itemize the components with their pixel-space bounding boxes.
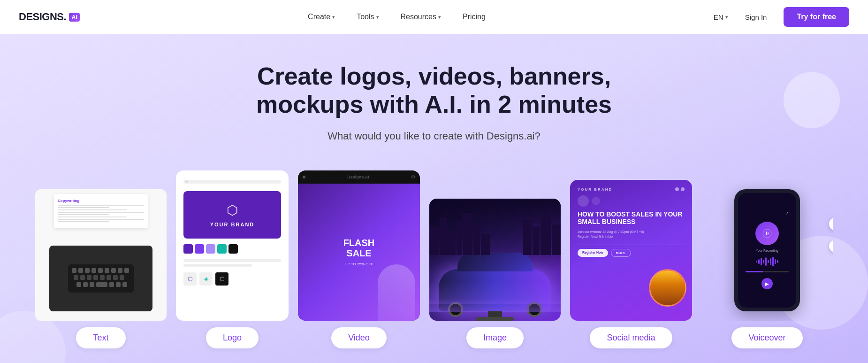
cta-primary-btn[interactable]: Register Now: [578, 249, 608, 257]
card-logo[interactable]: ⬡ YOUR BRAND ⬡: [176, 170, 289, 348]
nav-right: EN ▾ Sign In Try for free: [714, 7, 849, 27]
social-circle: [681, 187, 685, 191]
video-visual: Designs.AI ⚙ FLASHSALE UP TO 25% OFF: [298, 170, 420, 321]
swatch-black: [228, 244, 238, 254]
svg-rect-22: [109, 282, 114, 287]
nav-item-tools[interactable]: Tools ▾: [348, 9, 387, 25]
social-subtext: Join our webinar 28 Aug @ 7:30pm (GMT +8…: [578, 230, 685, 239]
share-icon: ↗: [785, 211, 789, 216]
chevron-down-icon: ▾: [332, 14, 335, 20]
audio-icon: [755, 222, 779, 245]
svg-rect-38: [768, 232, 769, 234]
city-skyline: [429, 208, 561, 255]
svg-rect-14: [100, 275, 105, 280]
language-label: EN: [714, 13, 723, 21]
logo[interactable]: DESIGNS. AI: [19, 11, 80, 23]
image-label[interactable]: Image: [466, 327, 524, 348]
nav-label-pricing: Pricing: [463, 13, 486, 21]
svg-rect-6: [105, 268, 109, 273]
wave-bar: [775, 259, 776, 264]
social-circle: [675, 187, 679, 191]
card-social-media[interactable]: YOUR BRAND HOW TO BOOST SALES IN YOUR SM…: [570, 180, 692, 348]
svg-rect-23: [116, 282, 121, 287]
waveform-icon: [762, 228, 772, 239]
nav-label-resources: Resources: [401, 13, 436, 21]
svg-rect-16: [113, 275, 118, 280]
hero-subtitle: What would you like to create with Desig…: [327, 130, 541, 142]
svg-rect-10: [74, 275, 78, 280]
chevron-down-icon: ▾: [725, 14, 728, 20]
voiceover-visual: ↗ Your Recording: [701, 180, 833, 321]
video-visual-box: Designs.AI ⚙ FLASHSALE UP TO 25% OFF: [298, 170, 420, 321]
video-label[interactable]: Video: [331, 327, 387, 348]
svg-rect-31: [481, 234, 490, 255]
phone-shape: ↗ Your Recording: [734, 189, 800, 311]
paper-line: [58, 216, 127, 217]
svg-rect-17: [120, 275, 124, 280]
svg-rect-26: [440, 217, 447, 255]
card-text[interactable]: Copywriting: [35, 189, 167, 348]
social-media-label[interactable]: Social media: [590, 327, 672, 348]
voice-visual-box: ↗ Your Recording: [701, 180, 833, 321]
flash-sale-subtext: UP TO 25% OFF: [345, 262, 373, 266]
svg-rect-25: [429, 227, 439, 255]
vr-figure: [378, 264, 415, 321]
card-video[interactable]: Designs.AI ⚙ FLASHSALE UP TO 25% OFF Vid…: [298, 170, 420, 348]
nav-item-resources[interactable]: Resources ▾: [392, 9, 449, 25]
icon-samples: ⬡ ◈ ⬡: [183, 272, 281, 286]
typewriter-paper: Copywriting: [54, 194, 148, 228]
svg-rect-1: [72, 268, 76, 273]
nav-item-create[interactable]: Create ▾: [299, 9, 343, 25]
svg-rect-24: [122, 282, 127, 287]
image-visual-box: [429, 199, 561, 321]
svg-rect-7: [111, 268, 116, 273]
social-visual: YOUR BRAND HOW TO BOOST SALES IN YOUR SM…: [570, 180, 692, 321]
logo-hex-icon: ⬡: [227, 202, 238, 218]
svg-rect-8: [118, 268, 122, 273]
social-brand-row: YOUR BRAND: [578, 187, 685, 192]
tablet-dot: [303, 176, 305, 178]
logo-visual-box: ⬡ YOUR BRAND ⬡: [176, 170, 289, 321]
card-image[interactable]: Image: [429, 199, 561, 348]
chevron-down-icon: ▾: [376, 14, 379, 20]
sign-in-button[interactable]: Sign In: [738, 9, 775, 25]
logo-visual: ⬡ YOUR BRAND ⬡: [176, 170, 289, 321]
svg-rect-33: [533, 227, 540, 255]
try-for-free-button[interactable]: Try for free: [784, 7, 849, 27]
svg-rect-19: [83, 282, 88, 287]
cta-secondary-btn[interactable]: MORE: [611, 249, 631, 257]
video-content-area: FLASHSALE UP TO 25% OFF: [298, 184, 420, 321]
svg-rect-3: [85, 268, 90, 273]
text-visual: Copywriting: [35, 189, 167, 321]
play-button-area: ▶: [761, 278, 773, 289]
svg-rect-20: [90, 282, 94, 287]
typewriter-keys-svg: [63, 260, 138, 297]
paper-line: [58, 205, 144, 206]
phone-progress-bar: [746, 271, 789, 272]
social-avatar: [649, 269, 686, 307]
swatch-violet: [195, 244, 204, 254]
nav-item-pricing[interactable]: Pricing: [454, 9, 494, 25]
swatch-light-purple: [206, 244, 215, 254]
play-button[interactable]: ▶: [761, 278, 773, 289]
text-label[interactable]: Text: [76, 327, 125, 348]
social-decorative-circles: [578, 195, 685, 207]
logo-label[interactable]: Logo: [206, 327, 259, 348]
logo-brand-text: YOUR BRAND: [210, 222, 255, 227]
svg-rect-11: [80, 275, 85, 280]
swatch-purple: [183, 244, 193, 254]
paper-line: [58, 207, 109, 208]
phone-screen: ↗ Your Recording: [738, 193, 796, 308]
avatar-face: [650, 270, 685, 305]
social-headline: HOW TO BOOST SALES IN YOUR SMALL BUSINES…: [578, 210, 685, 226]
logo-text: DESIGNS.: [19, 11, 66, 23]
phone-top-row: ↗: [746, 211, 789, 216]
voiceover-label[interactable]: Voiceover: [731, 327, 802, 348]
language-selector[interactable]: EN ▾: [714, 13, 728, 21]
swatch-teal: [217, 244, 227, 254]
svg-rect-5: [98, 268, 103, 273]
earbuds: [829, 217, 833, 252]
wave-bar: [768, 260, 769, 263]
nav-label-create: Create: [308, 13, 330, 21]
svg-rect-15: [107, 275, 111, 280]
